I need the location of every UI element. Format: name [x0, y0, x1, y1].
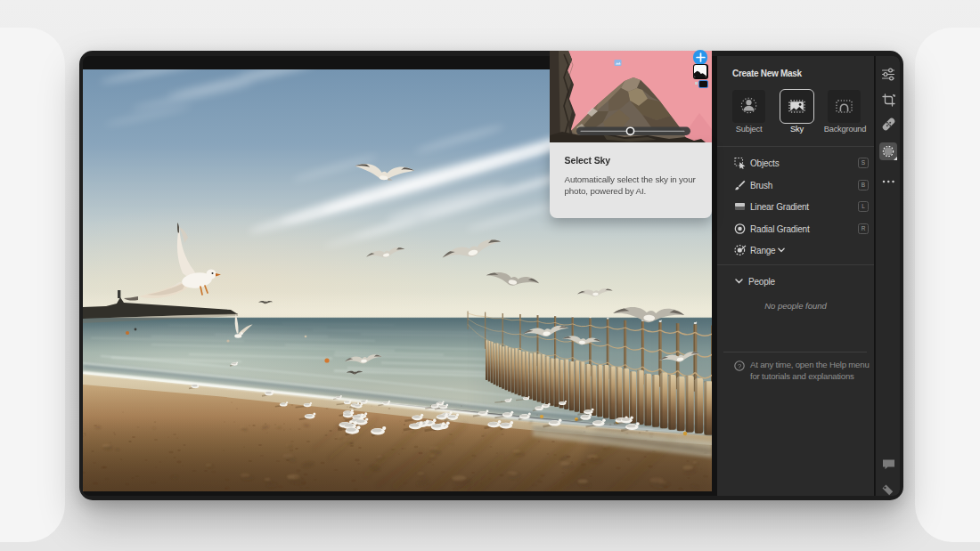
svg-text:?: ? [737, 361, 740, 369]
